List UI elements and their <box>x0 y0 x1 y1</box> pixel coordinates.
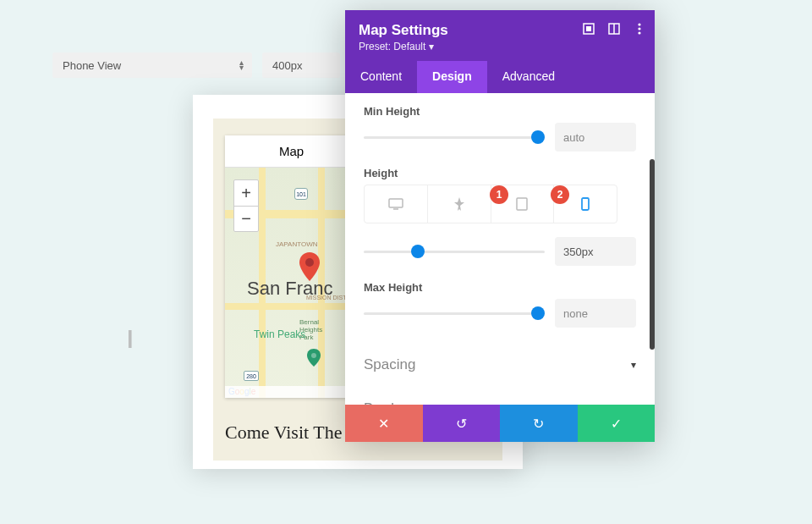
chevron-down-icon: ▾ <box>631 403 636 405</box>
height-label: Height <box>364 167 636 179</box>
panel-preset[interactable]: Preset: Default ▾ <box>359 41 641 52</box>
min-height-label: Min Height <box>364 105 636 118</box>
zoom-out-button[interactable]: − <box>234 206 258 231</box>
callout-badge-1: 1 <box>490 185 508 204</box>
svg-point-7 <box>638 27 640 30</box>
tab-advanced[interactable]: Advanced <box>487 61 570 93</box>
svg-rect-3 <box>586 26 591 31</box>
size-select[interactable]: 400px <box>262 52 340 78</box>
max-height-control <box>364 299 636 328</box>
page-edge-handle[interactable]: || <box>127 327 129 349</box>
svg-point-1 <box>311 353 316 358</box>
redo-button[interactable]: ↻ <box>500 405 578 442</box>
height-slider[interactable] <box>364 241 545 262</box>
svg-point-6 <box>638 23 640 25</box>
accordion-border-label: Border <box>364 400 407 405</box>
height-control <box>364 237 636 266</box>
responsive-toolbar: Phone View ▴▾ 400px <box>52 52 340 78</box>
max-height-label: Max Height <box>364 281 636 294</box>
chevron-down-icon: ▾ <box>631 359 636 371</box>
svg-rect-9 <box>389 199 403 207</box>
view-select-label: Phone View <box>63 59 121 72</box>
panel-header[interactable]: Map Settings Preset: Default ▾ <box>345 10 655 61</box>
kebab-icon[interactable] <box>633 22 646 36</box>
svg-point-0 <box>305 258 314 267</box>
docs-icon[interactable] <box>607 22 621 36</box>
size-select-label: 400px <box>272 59 302 72</box>
svg-rect-12 <box>582 198 589 210</box>
accordion-spacing-label: Spacing <box>364 356 415 373</box>
settings-panel: Map Settings Preset: Default ▾ Content D… <box>345 10 655 442</box>
zoom-controls: + − <box>233 179 259 232</box>
accordion-spacing[interactable]: Spacing ▾ <box>364 343 636 387</box>
tab-design[interactable]: Design <box>417 61 487 93</box>
cancel-button[interactable]: ✕ <box>345 405 423 442</box>
updown-icon: ▴▾ <box>239 60 244 70</box>
min-height-control <box>364 123 636 152</box>
panel-footer: ✕ ↺ ↻ ✓ <box>345 405 655 442</box>
svg-point-8 <box>638 31 640 34</box>
map-tab-map[interactable]: Map <box>225 135 358 167</box>
height-input[interactable] <box>555 237 636 266</box>
zoom-in-button[interactable]: + <box>234 180 258 206</box>
scrollbar[interactable] <box>650 159 655 350</box>
route-shield-101: 101 <box>294 188 308 200</box>
map-peaks-label: Twin Peaks <box>254 328 305 340</box>
accordion-border[interactable]: Border ▾ <box>364 387 636 405</box>
responsive-device-tabs: 1 2 <box>364 185 617 223</box>
view-select[interactable]: Phone View ▴▾ <box>52 52 252 78</box>
min-height-input[interactable] <box>555 123 636 152</box>
min-height-slider[interactable] <box>364 127 545 147</box>
panel-tabs: Content Design Advanced <box>345 61 655 93</box>
undo-button[interactable]: ↺ <box>423 405 501 442</box>
park-pin-icon <box>306 349 321 367</box>
panel-body: Min Height Height 1 2 Max Height <box>345 93 655 405</box>
device-desktop[interactable] <box>365 185 427 223</box>
callout-badge-2: 2 <box>551 185 569 204</box>
route-shield-280: 280 <box>244 371 259 381</box>
expand-icon[interactable] <box>582 22 595 36</box>
panel-header-actions <box>582 22 646 36</box>
max-height-input[interactable] <box>555 299 636 328</box>
neighborhood-japantown: JAPANTOWN <box>276 240 317 248</box>
device-hover-pin[interactable] <box>427 185 491 223</box>
tab-content[interactable]: Content <box>345 61 417 93</box>
max-height-slider[interactable] <box>364 303 545 323</box>
svg-rect-11 <box>517 198 527 210</box>
save-button[interactable]: ✓ <box>578 405 656 442</box>
